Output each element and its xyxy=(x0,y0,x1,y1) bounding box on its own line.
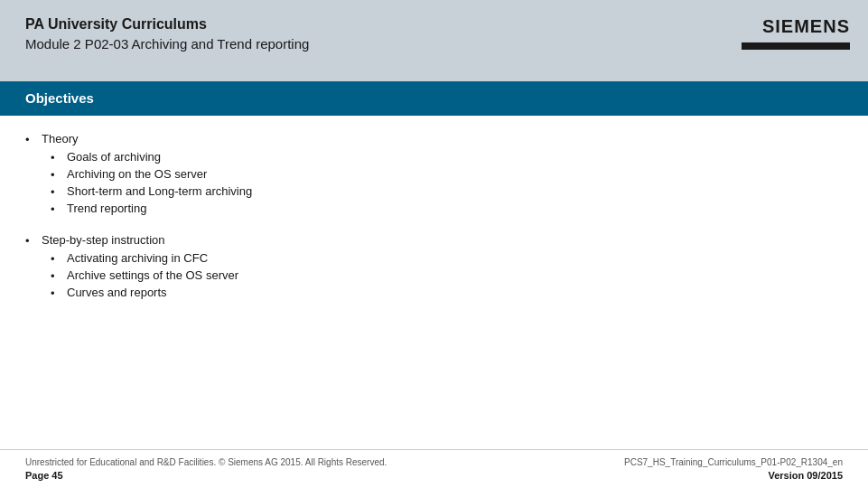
shortterm-label: Short-term and Long-term archiving xyxy=(67,184,252,198)
sub-dot-7: • xyxy=(51,286,67,300)
sub-bullet-curves: • Curves and reports xyxy=(25,286,843,300)
sub-bullet-activating: • Activating archiving in CFC xyxy=(25,251,843,266)
header-title: PA University Curriculums xyxy=(25,16,309,33)
theory-label: Theory xyxy=(42,132,78,145)
main-bullet-theory: • Theory xyxy=(25,132,843,146)
footer-page-number: Page 45 xyxy=(25,470,387,481)
sub-bullet-shortterm: • Short-term and Long-term archiving xyxy=(25,184,843,199)
footer-pcs-label: PCS7_HS_Training_Curriculums_P01-P02_R13… xyxy=(624,457,843,467)
bullet-dot-1: • xyxy=(25,133,42,146)
stepbystep-label: Step-by-step instruction xyxy=(42,233,165,247)
archive-settings-label: Archive settings of the OS server xyxy=(67,268,238,282)
footer-unrestricted-text: Unrestricted for Educational and R&D Fac… xyxy=(25,457,387,467)
objectives-banner: Objectives xyxy=(0,81,868,116)
siemens-logo: SIEMENS xyxy=(742,16,850,50)
header-subtitle: Module 2 P02-03 Archiving and Trend repo… xyxy=(25,36,309,52)
sub-dot-5: • xyxy=(51,252,67,266)
sub-bullet-archive-settings: • Archive settings of the OS server xyxy=(25,268,843,283)
content-area: • Theory • Goals of archiving • Archivin… xyxy=(0,116,868,449)
sub-dot-3: • xyxy=(51,185,67,199)
header: PA University Curriculums Module 2 P02-0… xyxy=(0,0,868,81)
trend-label: Trend reporting xyxy=(67,202,146,215)
main-bullet-stepbystep: • Step-by-step instruction xyxy=(25,233,843,248)
sub-bullet-trend: • Trend reporting xyxy=(25,202,843,216)
bullet-dot-2: • xyxy=(25,234,42,248)
objectives-label: Objectives xyxy=(25,90,94,106)
archiving-label: Archiving on the OS server xyxy=(67,167,207,181)
siemens-logo-bar xyxy=(742,42,850,50)
sub-dot-1: • xyxy=(51,151,67,164)
sub-dot-6: • xyxy=(51,269,67,283)
footer-right: PCS7_HS_Training_Curriculums_P01-P02_R13… xyxy=(624,457,843,481)
header-text: PA University Curriculums Module 2 P02-0… xyxy=(25,16,309,52)
footer: Unrestricted for Educational and R&D Fac… xyxy=(0,449,868,488)
sub-dot-2: • xyxy=(51,168,67,182)
sub-dot-4: • xyxy=(51,202,67,216)
sub-bullet-archiving: • Archiving on the OS server xyxy=(25,167,843,182)
curves-label: Curves and reports xyxy=(67,286,167,299)
siemens-logo-text: SIEMENS xyxy=(762,16,850,37)
goals-label: Goals of archiving xyxy=(67,150,161,164)
activating-label: Activating archiving in CFC xyxy=(67,251,208,265)
sub-bullet-goals: • Goals of archiving xyxy=(25,150,843,164)
section-theory: • Theory • Goals of archiving • Archivin… xyxy=(25,132,843,219)
slide: PA University Curriculums Module 2 P02-0… xyxy=(0,0,868,488)
footer-left: Unrestricted for Educational and R&D Fac… xyxy=(25,457,387,481)
section-stepbystep: • Step-by-step instruction • Activating … xyxy=(25,233,843,303)
footer-version-label: Version 09/2015 xyxy=(768,470,843,481)
